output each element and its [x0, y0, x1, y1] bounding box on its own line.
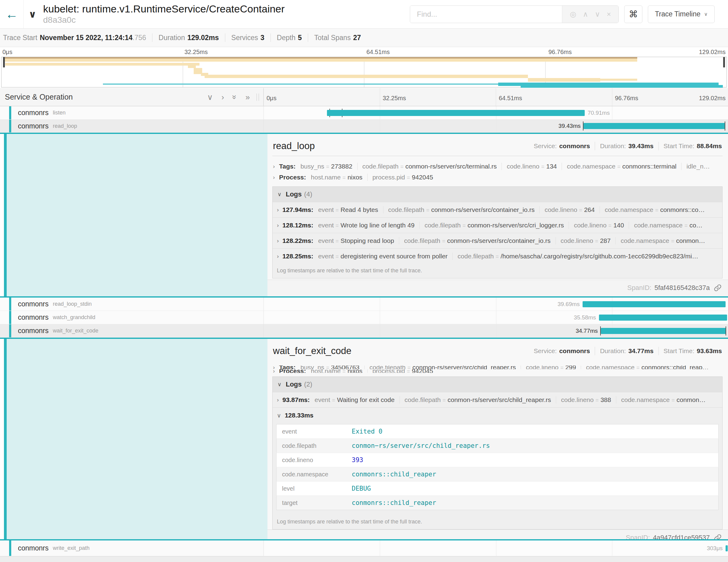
- trace-depth: Depth5: [277, 34, 302, 42]
- tags-row[interactable]: › Tags: busy_ns=34506763 code.filepath=c…: [272, 366, 723, 369]
- column-resize-grip[interactable]: [257, 94, 259, 101]
- span-row-write-exit-path[interactable]: conmonrs write_exit_path 303μs: [0, 540, 728, 556]
- expand-all-icon[interactable]: »: [246, 93, 250, 101]
- span-detail-wait-for-exit-code: wait_for_exit_code Service:conmonrs Dura…: [0, 338, 728, 540]
- span-color-bar: [9, 324, 11, 337]
- logs-note: Log timestamps are relative to the start…: [273, 515, 722, 529]
- find-input[interactable]: [410, 6, 562, 23]
- log-entry-expanded[interactable]: ∨ 128.33ms: [273, 407, 722, 423]
- ruler-tick: 0μs: [267, 95, 277, 102]
- span-detail-left-tint: [4, 339, 267, 539]
- trace-collapse-button[interactable]: ∨: [24, 9, 41, 19]
- span-color-bar: [9, 298, 11, 311]
- minimap-tick: 32.25ms: [185, 49, 208, 56]
- chevron-down-icon: ∨: [277, 381, 281, 388]
- trace-title-block: kubelet: runtime.v1.RuntimeService/Creat…: [43, 3, 285, 25]
- span-timeline-cell[interactable]: 39.69ms: [264, 298, 728, 311]
- span-timeline-cell[interactable]: 34.77ms: [264, 324, 728, 337]
- match-case-icon[interactable]: ◎: [570, 10, 576, 19]
- minimap-canvas[interactable]: [1, 57, 727, 87]
- trace-view-label: Trace Timeline: [655, 10, 700, 18]
- span-color-bar: [9, 540, 11, 556]
- copy-link-icon[interactable]: [713, 284, 722, 292]
- collapse-all-icon[interactable]: »: [231, 95, 239, 99]
- log-entry[interactable]: › 127.94ms: event=Read 4 bytes code.file…: [273, 202, 722, 217]
- span-detail-read-loop: read_loop Service:conmonrs Duration:39.4…: [0, 133, 728, 298]
- chevron-down-icon: ∨: [277, 412, 281, 419]
- table-row: level DEBUG: [277, 482, 719, 496]
- spanid-label: SpanID:: [627, 284, 651, 292]
- expand-one-icon[interactable]: ›: [221, 93, 224, 101]
- chevron-right-icon: ›: [277, 222, 279, 229]
- ruler-tick: 64.51ms: [499, 95, 522, 102]
- table-row: code.lineno 393: [277, 453, 719, 467]
- span-detail-left-tint: [4, 134, 267, 296]
- span-timeline-cell[interactable]: 35.58ms: [264, 311, 728, 324]
- span-duration-bar[interactable]: 39.69ms: [583, 301, 726, 307]
- span-duration-bar[interactable]: 39.43ms: [583, 123, 725, 129]
- span-row-watch-grandchild[interactable]: conmonrs watch_grandchild 35.58ms: [0, 311, 728, 324]
- ruler-tick: 129.02ms: [699, 95, 726, 102]
- timeline-header-row: Service & Operation ∨ › » » 0μs 32.25ms …: [0, 88, 728, 106]
- span-timeline-cell[interactable]: 39.43ms: [264, 120, 728, 132]
- span-duration-label: 39.69ms: [558, 301, 580, 308]
- log-entry[interactable]: › 93.87ms: event=Waiting for exit code c…: [273, 392, 722, 407]
- logs-label: Logs: [286, 190, 302, 198]
- back-button[interactable]: ←: [0, 0, 24, 28]
- spanid-row: SpanID: 5faf48165428c37a: [267, 280, 728, 296]
- minimap-tick: 129.02ms: [699, 49, 726, 56]
- span-service: conmonrs: [18, 300, 49, 308]
- logs-count: (2): [304, 380, 312, 388]
- minimap-ruler: 0μs 32.25ms 64.51ms 96.76ms 129.02ms: [0, 47, 728, 57]
- process-label: Process:: [279, 369, 306, 373]
- span-operation: read_loop_stdin: [53, 301, 92, 307]
- span-row-read-loop[interactable]: conmonrs read_loop 39.43ms: [0, 120, 728, 133]
- span-duration-label: 70.91ms: [588, 110, 610, 116]
- span-service: conmonrs: [18, 122, 49, 130]
- trace-total-spans: Total Spans27: [314, 34, 361, 42]
- chevron-right-icon: ›: [277, 206, 279, 213]
- span-duration-bar[interactable]: 34.77ms: [601, 328, 726, 334]
- chevron-right-icon: ›: [273, 366, 275, 369]
- tags-row[interactable]: › Tags: busy_ns=273882 code.filepath=con…: [272, 161, 723, 172]
- log-entry[interactable]: › 128.12ms: event=Wrote log line of leng…: [273, 217, 722, 233]
- spanid-value: 5faf48165428c37a: [655, 284, 710, 292]
- span-operation: listen: [53, 110, 66, 116]
- prev-match-icon[interactable]: ∧: [583, 10, 588, 19]
- span-color-bar: [9, 120, 11, 132]
- span-timeline-cell[interactable]: 70.91ms: [264, 106, 728, 119]
- next-match-icon[interactable]: ∨: [595, 10, 600, 19]
- span-duration-label: 303μs: [707, 545, 723, 552]
- clear-search-icon[interactable]: ×: [607, 10, 611, 19]
- keyboard-shortcuts-button[interactable]: ⌘: [624, 5, 642, 23]
- logs-section: ∨ Logs (4) › 127.94ms: event=Read 4 byte…: [272, 186, 723, 278]
- log-entry[interactable]: › 128.22ms: event=Stopping read loop cod…: [273, 233, 722, 248]
- span-duration-bar[interactable]: 35.58ms: [599, 315, 727, 321]
- span-operation: wait_for_exit_code: [53, 328, 98, 334]
- tags-label: Tags:: [279, 366, 295, 369]
- trace-start: Trace StartNovember 15 2022, 11:24:14.75…: [3, 34, 146, 42]
- span-timeline-cell[interactable]: 303μs: [264, 540, 728, 556]
- span-row-read-loop-stdin[interactable]: conmonrs read_loop_stdin 39.69ms: [0, 298, 728, 311]
- log-entry[interactable]: › 128.25ms: event=deregistering event so…: [273, 248, 722, 264]
- collapse-one-icon[interactable]: ∨: [207, 93, 213, 101]
- span-duration-bar[interactable]: 70.91ms: [327, 110, 585, 116]
- copy-link-icon[interactable]: [713, 533, 722, 539]
- trace-minimap: 0μs 32.25ms 64.51ms 96.76ms 129.02ms: [0, 47, 728, 88]
- service-operation-header: Service & Operation ∨ › » »: [0, 88, 264, 106]
- find-group: ◎ ∧ ∨ ×: [410, 5, 619, 23]
- span-row-wait-for-exit-code[interactable]: conmonrs wait_for_exit_code 34.77ms: [0, 324, 728, 338]
- spanid-value: 4a947cfd1ce59537: [653, 534, 710, 539]
- span-operation: write_exit_path: [53, 545, 90, 551]
- page-title: kubelet: runtime.v1.RuntimeService/Creat…: [43, 3, 285, 15]
- process-label: Process:: [279, 174, 306, 181]
- process-row[interactable]: › Process: host.name=nixos process.pid=9…: [272, 172, 723, 183]
- logs-header[interactable]: ∨ Logs (2): [273, 377, 722, 392]
- process-row[interactable]: › Process: host.name=nixos process.pid=9…: [272, 369, 723, 373]
- logs-header[interactable]: ∨ Logs (4): [273, 187, 722, 202]
- minimap-tick: 64.51ms: [366, 49, 390, 56]
- span-row-listen[interactable]: conmonrs listen 70.91ms: [0, 106, 728, 120]
- trace-view-select[interactable]: Trace Timeline ∨: [648, 5, 715, 23]
- span-duration-bar[interactable]: 303μs: [726, 545, 728, 551]
- span-service: conmonrs: [18, 109, 49, 117]
